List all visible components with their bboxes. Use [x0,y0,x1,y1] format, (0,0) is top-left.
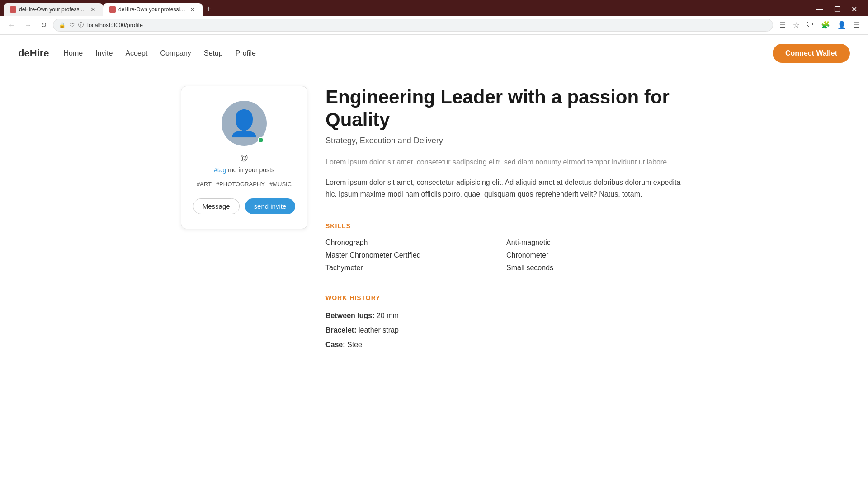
work-history-section: WORK HISTORY Between lugs: 20 mm Bracele… [326,294,687,350]
tab-title-1: deHire-Own your professional prof [19,6,87,13]
skill-chronograph: Chronograph [326,239,506,247]
hashtags: #ART #PHOTOGRAPHY #MUSIC [197,181,292,188]
shield-icon: 🛡 [69,22,75,28]
connect-wallet-button[interactable]: Connect Wallet [773,44,850,63]
skill-small-seconds: Small seconds [506,264,687,272]
skill-tachymeter: Tachymeter [326,264,506,272]
tag-line-suffix: me in your posts [226,166,274,174]
star-button[interactable]: ☆ [790,19,802,31]
toolbar-icons: ☰ ☆ 🛡 🧩 👤 ☰ [777,19,863,31]
content-area: 👤 @ #tag me in your posts #ART #PHOTOGRA… [163,72,705,367]
profile-bio-1: Lorem ipsum dolor sit amet, consetetur s… [326,156,687,168]
extensions-button[interactable]: 🧩 [818,19,833,31]
browser-tab-1[interactable]: deHire-Own your professional prof ✕ [4,3,103,16]
profile-details: Engineering Leader with a passion for Qu… [326,72,687,367]
nav-accept[interactable]: Accept [125,49,147,57]
nav-home[interactable]: Home [63,49,83,57]
work-value-lugs: 20 mm [377,312,399,319]
tab-favicon-1 [10,6,16,13]
tab-close-2[interactable]: ✕ [189,6,196,13]
card-actions: Message send invite [192,198,296,214]
browser-tab-2[interactable]: deHire-Own your professional prof ✕ [103,3,203,16]
send-invite-button[interactable]: send invite [245,198,296,214]
tag-link[interactable]: #tag [214,166,226,174]
account-button[interactable]: 👤 [835,19,849,31]
avatar-icon: 👤 [228,111,260,136]
divider-2 [326,285,687,285]
page-wrapper: deHire Home Invite Accept Company Setup … [0,35,868,482]
work-label-bracelet: Bracelet: [326,326,356,334]
online-status-dot [258,137,264,143]
divider-1 [326,213,687,213]
hashtag-art: #ART [197,181,212,188]
profile-headline: Engineering Leader with a passion for Qu… [326,86,687,131]
window-controls: — ❐ ✕ [811,3,864,15]
maximize-button[interactable]: ❐ [829,3,846,15]
brand-logo: deHire [18,47,49,59]
skills-section-title: SKILLS [326,222,687,230]
nav-company[interactable]: Company [160,49,191,57]
close-button[interactable]: ✕ [846,3,863,15]
profile-handle: @ [240,153,248,163]
tab-bar: deHire-Own your professional prof ✕ deHi… [0,0,868,16]
lock-icon: 🔒 [59,22,66,28]
back-button[interactable]: ← [5,19,18,31]
forward-button[interactable]: → [22,19,34,31]
reload-button[interactable]: ↻ [38,19,49,31]
tab-close-1[interactable]: ✕ [90,6,97,13]
work-label-lugs: Between lugs: [326,312,374,319]
bookmarks-button[interactable]: ☰ [777,19,788,31]
work-item-bracelet: Bracelet: leather strap [326,325,687,336]
profile-bio-2: Lorem ipsum dolor sit amet, consectetur … [326,177,687,200]
browser-chrome: deHire-Own your professional prof ✕ deHi… [0,0,868,35]
avatar-wrapper: 👤 [222,101,267,146]
tab-favicon-2 [109,6,116,13]
skill-chronometer: Chronometer [506,251,687,259]
nav-profile[interactable]: Profile [236,49,256,57]
tab-title-2: deHire-Own your professional prof [118,6,186,13]
hashtag-photography: #PHOTOGRAPHY [216,181,265,188]
minimize-button[interactable]: — [811,3,829,15]
skills-grid: Chronograph Anti-magnetic Master Chronom… [326,239,687,272]
skill-anti-magnetic: Anti-magnetic [506,239,687,247]
work-label-case: Case: [326,341,345,348]
nav-links: Home Invite Accept Company Setup Profile [63,49,773,57]
message-button[interactable]: Message [193,198,240,214]
profile-subtitle: Strategy, Execution and Delivery [326,136,687,145]
work-value-case: Steel [347,341,363,348]
address-bar-row: ← → ↻ 🔒 🛡 ⓘ localhost:3000/profile ☰ ☆ 🛡… [0,16,868,35]
work-value-bracelet: leather strap [359,326,399,334]
address-bar[interactable]: 🔒 🛡 ⓘ localhost:3000/profile [53,19,773,32]
info-icon: ⓘ [78,21,84,29]
url-display: localhost:3000/profile [87,22,767,28]
work-item-case: Case: Steel [326,339,687,350]
navbar: deHire Home Invite Accept Company Setup … [0,35,868,72]
profile-card: 👤 @ #tag me in your posts #ART #PHOTOGRA… [181,86,307,229]
hashtag-music: #MUSIC [269,181,292,188]
tag-line: #tag me in your posts [214,166,274,174]
skill-master-chronometer: Master Chronometer Certified [326,251,506,259]
nav-setup[interactable]: Setup [204,49,223,57]
nav-invite[interactable]: Invite [95,49,113,57]
new-tab-button[interactable]: + [203,3,215,16]
menu-button[interactable]: ☰ [851,19,863,31]
work-history-section-title: WORK HISTORY [326,294,687,301]
vpn-button[interactable]: 🛡 [804,19,816,31]
work-item-lugs: Between lugs: 20 mm [326,310,687,321]
